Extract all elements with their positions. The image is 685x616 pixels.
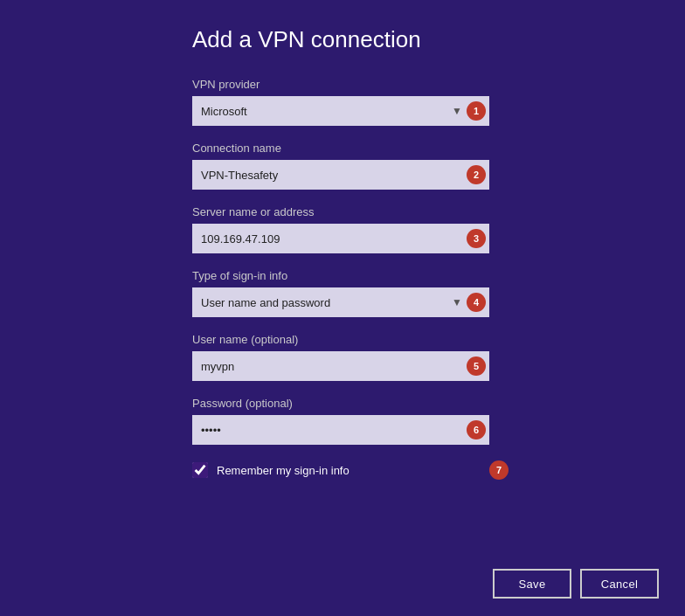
username-badge: 5 <box>467 356 486 376</box>
connection-name-group: Connection name 2 <box>192 142 493 190</box>
connection-name-wrapper: 2 <box>192 160 493 190</box>
password-badge: 6 <box>467 420 486 440</box>
vpn-provider-group: VPN provider Microsoft ▼ 1 <box>192 78 493 126</box>
username-input[interactable] <box>192 351 489 381</box>
cancel-button[interactable]: Cancel <box>580 569 659 599</box>
vpn-provider-wrapper: Microsoft ▼ 1 <box>192 96 493 126</box>
vpn-provider-badge: 1 <box>467 101 486 121</box>
connection-name-badge: 2 <box>467 165 486 184</box>
password-input[interactable] <box>192 415 489 445</box>
server-name-badge: 3 <box>467 229 486 248</box>
server-name-group: Server name or address 3 <box>192 205 493 253</box>
password-group: Password (optional) 6 <box>192 397 493 445</box>
sign-in-type-wrapper: User name and password ▼ 4 <box>192 287 493 317</box>
vpn-provider-label: VPN provider <box>192 78 493 91</box>
sign-in-type-select[interactable]: User name and password <box>192 287 489 317</box>
sign-in-type-badge: 4 <box>467 293 486 312</box>
server-name-input[interactable] <box>192 224 489 253</box>
vpn-provider-select[interactable]: Microsoft <box>192 96 489 126</box>
dialog-content: Add a VPN connection VPN provider Micros… <box>0 26 685 551</box>
server-name-label: Server name or address <box>192 205 493 218</box>
save-button[interactable]: Save <box>493 569 571 599</box>
vpn-dialog: Add a VPN connection VPN provider Micros… <box>0 0 685 616</box>
username-label: User name (optional) <box>192 333 493 346</box>
page-title: Add a VPN connection <box>192 26 493 53</box>
password-label: Password (optional) <box>192 397 493 410</box>
sign-in-type-group: Type of sign-in info User name and passw… <box>192 269 493 317</box>
remember-signin-badge: 7 <box>489 460 509 480</box>
remember-signin-label: Remember my sign-in info <box>217 464 349 477</box>
username-wrapper: 5 <box>192 351 493 381</box>
connection-name-label: Connection name <box>192 142 493 155</box>
sign-in-type-label: Type of sign-in info <box>192 269 493 282</box>
password-wrapper: 6 <box>192 415 493 445</box>
server-name-wrapper: 3 <box>192 224 493 253</box>
username-group: User name (optional) 5 <box>192 333 493 381</box>
connection-name-input[interactable] <box>192 160 489 190</box>
remember-signin-row: Remember my sign-in info 7 <box>192 462 493 478</box>
remember-signin-checkbox[interactable] <box>192 462 208 478</box>
dialog-footer: Save Cancel <box>0 569 685 599</box>
